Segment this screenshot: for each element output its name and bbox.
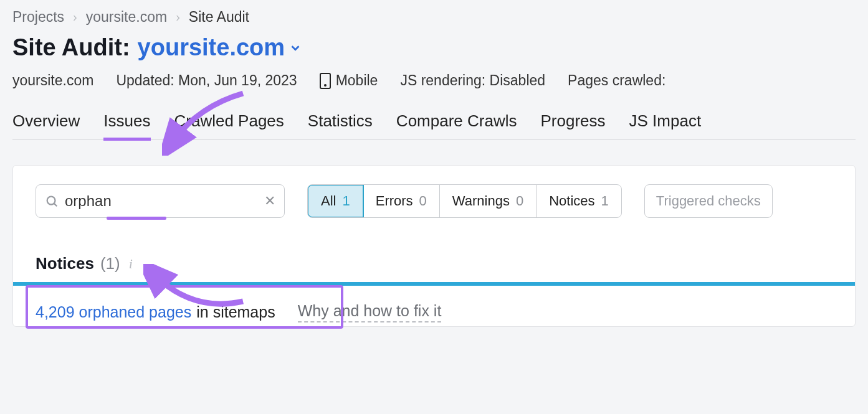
issue-title: 4,209 orphaned pages in sitemaps <box>36 303 275 321</box>
tab-js-impact[interactable]: JS Impact <box>629 111 702 132</box>
filter-notices-label: Notices <box>549 193 594 209</box>
meta-strip: yoursite.com Updated: Mon, Jun 19, 2023 … <box>12 72 856 111</box>
filter-pill-group: All 1 Errors 0 Warnings 0 Notices 1 <box>307 184 622 218</box>
filter-row: ✕ All 1 Errors 0 Warnings 0 Notices 1 <box>36 184 832 218</box>
filter-errors[interactable]: Errors 0 <box>363 185 440 217</box>
why-fix-link[interactable]: Why and how to fix it <box>298 302 442 322</box>
chevron-right-icon: › <box>176 10 180 24</box>
search-icon <box>45 194 59 208</box>
issue-link[interactable]: 4,209 orphaned pages <box>36 303 191 321</box>
triggered-checks-label: Triggered checks <box>656 193 761 209</box>
tab-statistics[interactable]: Statistics <box>308 111 373 132</box>
breadcrumb-domain[interactable]: yoursite.com <box>86 9 167 26</box>
breadcrumb: Projects › yoursite.com › Site Audit <box>12 6 856 34</box>
filter-errors-label: Errors <box>376 193 413 209</box>
domain-selector-label: yoursite.com <box>138 34 285 61</box>
filter-warnings-label: Warnings <box>452 193 510 209</box>
page-title: Site Audit: <box>12 34 130 61</box>
info-icon[interactable]: i <box>126 256 133 272</box>
filter-errors-count: 0 <box>419 193 427 209</box>
filter-warnings-count: 0 <box>516 193 523 209</box>
svg-point-0 <box>47 197 55 205</box>
breadcrumb-siteaudit: Site Audit <box>189 9 249 26</box>
filter-notices-count: 1 <box>601 193 609 209</box>
notices-heading-count: (1) <box>100 254 120 273</box>
filter-all[interactable]: All 1 <box>307 184 364 218</box>
chevron-down-icon <box>289 41 302 55</box>
notices-heading: Notices (1) i <box>36 254 832 273</box>
breadcrumb-projects[interactable]: Projects <box>12 9 64 26</box>
issue-tail: in sitemaps <box>196 303 275 321</box>
tab-crawled-pages[interactable]: Crawled Pages <box>174 111 284 132</box>
search-input[interactable] <box>65 192 258 210</box>
meta-updated: Updated: Mon, Jun 19, 2023 <box>116 72 297 89</box>
tab-progress[interactable]: Progress <box>540 111 605 132</box>
page-title-row: Site Audit: yoursite.com <box>12 34 856 72</box>
meta-device: Mobile <box>320 72 378 89</box>
filter-warnings[interactable]: Warnings 0 <box>440 185 537 217</box>
meta-domain: yoursite.com <box>12 72 93 89</box>
filter-all-count: 1 <box>342 193 350 209</box>
domain-selector[interactable]: yoursite.com <box>138 34 303 61</box>
triggered-checks-dropdown[interactable]: Triggered checks <box>644 184 773 218</box>
filter-notices[interactable]: Notices 1 <box>537 185 621 217</box>
meta-js-rendering: JS rendering: Disabled <box>400 72 545 89</box>
tab-overview[interactable]: Overview <box>12 111 80 132</box>
mobile-icon <box>320 73 331 89</box>
meta-device-label: Mobile <box>336 72 378 89</box>
tabs: Overview Issues Crawled Pages Statistics… <box>12 111 856 140</box>
notices-heading-label: Notices <box>36 254 94 273</box>
svg-line-1 <box>54 204 57 206</box>
filter-all-label: All <box>321 193 336 209</box>
chevron-right-icon: › <box>73 10 77 24</box>
annotation-underline <box>107 217 166 220</box>
tab-compare-crawls[interactable]: Compare Crawls <box>396 111 517 132</box>
tab-issues[interactable]: Issues <box>103 111 150 132</box>
clear-icon[interactable]: ✕ <box>264 193 275 209</box>
issues-card: ✕ All 1 Errors 0 Warnings 0 Notices 1 <box>12 165 856 327</box>
search-box: ✕ <box>36 184 285 218</box>
issue-row: 4,209 orphaned pages in sitemaps Why and… <box>36 286 832 326</box>
meta-pages-crawled: Pages crawled: <box>568 72 665 89</box>
